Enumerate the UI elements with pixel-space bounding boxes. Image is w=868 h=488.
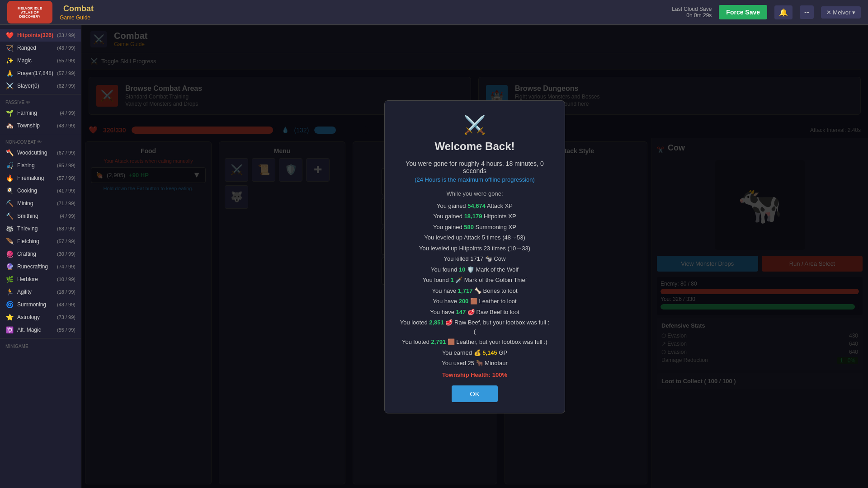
prayer-label: Prayer(17,848)	[17, 70, 53, 76]
agility-label: Agility	[17, 289, 53, 295]
modal-leather-full: You looted 2,791 🟫 Leather, but your loo…	[399, 338, 550, 347]
magic-label: Magic	[17, 57, 53, 64]
township-icon: 🏘️	[5, 122, 14, 130]
herblore-icon: 🌿	[5, 275, 14, 283]
summoning-stats: (48 / 99)	[57, 302, 75, 307]
modal-ok-button[interactable]: OK	[452, 385, 498, 402]
slayer-icon: ⚔️	[5, 82, 14, 90]
modal-rawbeef: You have 147 🥩 Raw Beef to loot	[399, 308, 550, 317]
game-guide-link[interactable]: Game Guide	[60, 14, 94, 21]
modal-attack-level: You leveled up Attack 5 times (48→53)	[399, 233, 550, 242]
sidebar-item-firemaking[interactable]: 🔥 Firemaking (57 / 99)	[0, 172, 81, 184]
smithing-label: Smithing	[17, 213, 56, 219]
sidebar-item-mining[interactable]: ⛏️ Mining (71 / 99)	[0, 197, 81, 210]
firemaking-stats: (57 / 99)	[57, 175, 75, 181]
woodcutting-label: Woodcutting	[17, 150, 53, 156]
sidebar-item-smithing[interactable]: 🔨 Smithing (4 / 99)	[0, 210, 81, 222]
thieving-icon: 🦝	[5, 225, 14, 233]
fishing-label: Fishing	[17, 162, 53, 169]
sidebar-item-cooking[interactable]: 🍳 Cooking (41 / 99)	[0, 184, 81, 197]
sidebar-item-fletching[interactable]: 🪶 Fletching (57 / 99)	[0, 235, 81, 248]
herblore-label: Herblore	[17, 276, 53, 282]
modal-hp-level: You leveled up Hitpoints 23 times (10→33…	[399, 244, 550, 253]
modal-swords-icon: ⚔️	[399, 114, 550, 136]
runecrafting-stats: (74 / 99)	[57, 264, 75, 269]
sidebar-item-magic[interactable]: ✨ Magic (55 / 99)	[0, 54, 81, 67]
sidebar-item-slayer[interactable]: ⚔️ Slayer(0) (62 / 99)	[0, 80, 81, 92]
modal-hp-xp: You gained 18,179 Hitpoints XP	[399, 212, 550, 221]
sidebar-item-crafting[interactable]: 🧶 Crafting (30 / 99)	[0, 248, 81, 260]
passive-section: PASSIVE 👁	[0, 96, 81, 107]
sidebar-item-thieving[interactable]: 🦝 Thieving (68 / 99)	[0, 222, 81, 235]
astrology-stats: (73 / 99)	[57, 314, 75, 320]
sidebar-item-woodcutting[interactable]: 🪓 Woodcutting (67 / 99)	[0, 146, 81, 159]
sidebar-item-altmagic[interactable]: 🔯 Alt. Magic (55 / 99)	[0, 324, 81, 336]
slayer-stats: (62 / 99)	[57, 83, 75, 89]
sidebar-item-prayer[interactable]: 🙏 Prayer(17,848) (57 / 99)	[0, 67, 81, 80]
prayer-icon: 🙏	[5, 69, 14, 77]
runecrafting-icon: 🔮	[5, 263, 14, 271]
thieving-stats: (68 / 99)	[57, 226, 75, 231]
force-save-button[interactable]: Force Save	[719, 5, 767, 19]
modal-minotaur: You used 25 🐂 Minotaur	[399, 359, 550, 368]
user-menu-button[interactable]: ✕ Melvor ▾	[821, 6, 861, 19]
woodcutting-icon: 🪓	[5, 149, 14, 157]
slayer-label: Slayer(0)	[17, 83, 53, 89]
farming-label: Farming	[17, 110, 56, 116]
smithing-icon: 🔨	[5, 212, 14, 220]
crafting-stats: (30 / 99)	[57, 251, 75, 257]
firemaking-label: Firemaking	[17, 175, 53, 181]
mining-label: Mining	[17, 200, 53, 206]
modal-while-gone: While you were gone:	[399, 190, 550, 197]
sidebar-item-astrology[interactable]: ⭐ Astrology (73 / 99)	[0, 311, 81, 324]
crafting-label: Crafting	[17, 251, 53, 257]
sidebar-item-agility[interactable]: 🏃 Agility (18 / 99)	[0, 286, 81, 298]
sidebar-item-township[interactable]: 🏘️ Township (48 / 99)	[0, 119, 81, 132]
save-info: Last Cloud Save 0h 0m 29s	[672, 6, 712, 19]
summoning-icon: 🌀	[5, 300, 14, 309]
settings-button[interactable]: --	[800, 5, 814, 19]
sidebar-item-summoning[interactable]: 🌀 Summoning (48 / 99)	[0, 298, 81, 311]
modal-max-offline: (24 Hours is the maximum offline progres…	[399, 176, 550, 183]
altmagic-stats: (55 / 99)	[57, 327, 75, 333]
sidebar-item-runecrafting[interactable]: 🔮 Runecrafting (74 / 99)	[0, 260, 81, 273]
notification-button[interactable]: 🔔	[774, 5, 793, 19]
hitpoints-icon: ❤️	[5, 31, 14, 39]
sidebar-item-hitpoints[interactable]: ❤️ Hitpoints(326) (33 / 99)	[0, 29, 81, 42]
township-stats: (48 / 99)	[57, 123, 75, 128]
sidebar-item-herblore[interactable]: 🌿 Herblore (10 / 99)	[0, 273, 81, 286]
magic-stats: (55 / 99)	[57, 58, 75, 63]
firemaking-icon: 🔥	[5, 174, 14, 182]
crafting-icon: 🧶	[5, 250, 14, 258]
mining-stats: (71 / 99)	[57, 201, 75, 206]
astrology-icon: ⭐	[5, 313, 14, 321]
topbar: MELVOR IDLEATLAS OFDISCOVERY Combat Game…	[0, 0, 868, 25]
modal-leather: You have 200 🟫 Leather to loot	[399, 297, 550, 306]
modal-bones: You have 1,717 🦴 Bones to loot	[399, 286, 550, 296]
main-layout: ❤️ Hitpoints(326) (33 / 99) 🏹 Ranged (43…	[0, 25, 868, 488]
sidebar-item-ranged[interactable]: 🏹 Ranged (43 / 99)	[0, 42, 81, 54]
sidebar-item-fishing[interactable]: 🎣 Fishing (95 / 99)	[0, 159, 81, 172]
fishing-stats: (95 / 99)	[57, 163, 75, 168]
modal-found-wolf: You found 10 🛡️ Mark of the Wolf	[399, 265, 550, 274]
modal-time: You were gone for roughly 4 hours, 18 mi…	[399, 160, 550, 174]
modal-attack-xp: You gained 54,674 Attack XP	[399, 202, 550, 211]
page-title: Combat	[63, 4, 94, 14]
ranged-stats: (43 / 99)	[57, 45, 75, 51]
woodcutting-stats: (67 / 99)	[57, 150, 75, 155]
modal-overlay: ⚔️ Welcome Back! You were gone for rough…	[81, 25, 868, 488]
altmagic-label: Alt. Magic	[17, 327, 53, 333]
modal-rawbeef-full: You looted 2,851 🥩 Raw Beef, but your lo…	[399, 318, 550, 336]
agility-stats: (18 / 99)	[57, 289, 75, 295]
herblore-stats: (10 / 99)	[57, 277, 75, 282]
sidebar-item-farming[interactable]: 🌱 Farming (4 / 99)	[0, 107, 81, 119]
runecrafting-label: Runecrafting	[17, 263, 53, 270]
farming-stats: (4 / 99)	[60, 110, 75, 116]
altmagic-icon: 🔯	[5, 326, 14, 334]
thieving-label: Thieving	[17, 225, 53, 232]
cooking-stats: (41 / 99)	[57, 188, 75, 193]
magic-icon: ✨	[5, 56, 14, 65]
smithing-stats: (4 / 99)	[60, 213, 75, 219]
minigame-section: MINIGAME	[0, 340, 81, 351]
cooking-label: Cooking	[17, 188, 53, 194]
